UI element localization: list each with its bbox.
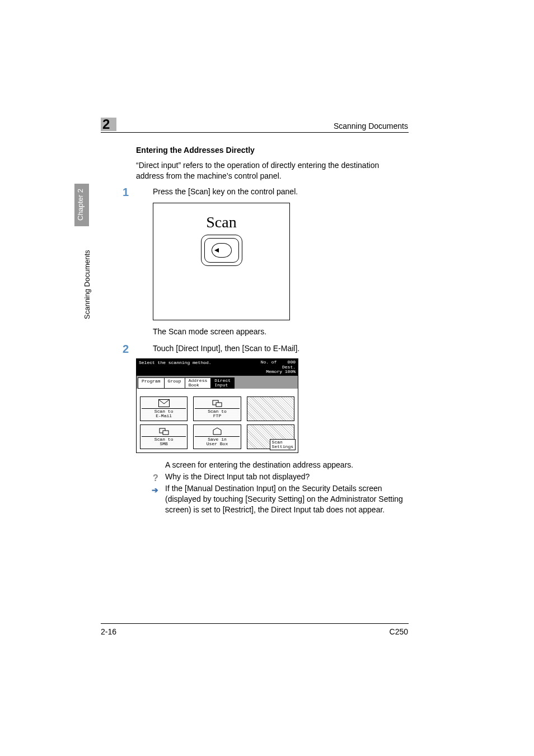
step-1-number: 1 (123, 186, 129, 199)
panel-card-empty-1 (247, 396, 294, 421)
after-figure-2-text: A screen for entering the destination ad… (153, 460, 409, 470)
step-1-text: Press the [Scan] key on the control pane… (136, 187, 409, 196)
subheading: Entering the Addresses Directly (136, 146, 409, 155)
ftp-icon (212, 399, 223, 407)
panel-card-scan-email-label: Scan to E-Mail (142, 408, 186, 418)
panel-tab-address-book[interactable]: Address Book (185, 377, 212, 389)
question-icon: ? (153, 472, 158, 484)
smb-icon (158, 427, 170, 435)
svg-rect-2 (216, 403, 222, 407)
figure-panel-screenshot: Select the scanning method. No. of 000 D… (136, 358, 298, 453)
scan-key-label: Scan (206, 213, 236, 231)
footer-model: C250 (390, 627, 408, 636)
envelope-icon (158, 399, 170, 407)
question-text: Why is the Direct Input tab not displaye… (165, 472, 310, 481)
panel-card-scan-ftp-label: Scan to FTP (195, 408, 239, 418)
footer-page-number: 2-16 (101, 627, 116, 636)
panel-card-save-box-label: Save in User Box (195, 436, 239, 446)
chapter-number: 2 (102, 116, 110, 132)
panel-dest-count: 000 (288, 360, 296, 365)
footer-rule (101, 623, 409, 624)
step-2-text: Touch [Direct Input], then [Scan to E-Ma… (136, 344, 409, 353)
panel-card-scan-email[interactable]: Scan to E-Mail (140, 396, 188, 421)
intro-paragraph: “Direct input” refers to the operation o… (136, 160, 409, 181)
panel-tab-program[interactable]: Program (138, 377, 165, 389)
panel-tab-direct-input[interactable]: Direct Input (210, 377, 235, 389)
scan-key-outer (201, 235, 242, 266)
panel-card-scan-ftp[interactable]: Scan to FTP (193, 396, 241, 421)
svg-rect-4 (163, 431, 168, 435)
panel-card-save-box[interactable]: Save in User Box (193, 424, 241, 449)
userbox-icon (212, 427, 223, 435)
after-figure-1-text: The Scan mode screen appears. (153, 327, 409, 336)
arrow-icon: ➔ (152, 485, 158, 496)
header-section-title: Scanning Documents (334, 122, 408, 130)
step-2-number: 2 (123, 343, 129, 356)
side-tab-label: Chapter 2 (76, 189, 85, 221)
panel-scan-settings-button[interactable]: Scan Settings (270, 439, 296, 450)
panel-memory: Memory 100% (266, 369, 296, 374)
panel-dest-label-1: No. of (261, 360, 277, 365)
panel-prompt: Select the scanning method. (139, 360, 212, 365)
figure-scan-key: Scan (153, 203, 290, 320)
header-rule (101, 132, 409, 133)
side-section-label: Scanning Documents (83, 250, 91, 319)
panel-card-scan-smb-label: Scan to SMB (142, 436, 186, 446)
panel-dest-label-2: Dest. (282, 365, 296, 370)
scan-arrow-icon (212, 243, 232, 258)
panel-tab-group[interactable]: Group (164, 377, 185, 389)
panel-card-scan-smb[interactable]: Scan to SMB (140, 424, 188, 449)
answer-text: If the [Manual Destination Input] on the… (165, 484, 403, 514)
scan-key-inner (204, 238, 239, 263)
